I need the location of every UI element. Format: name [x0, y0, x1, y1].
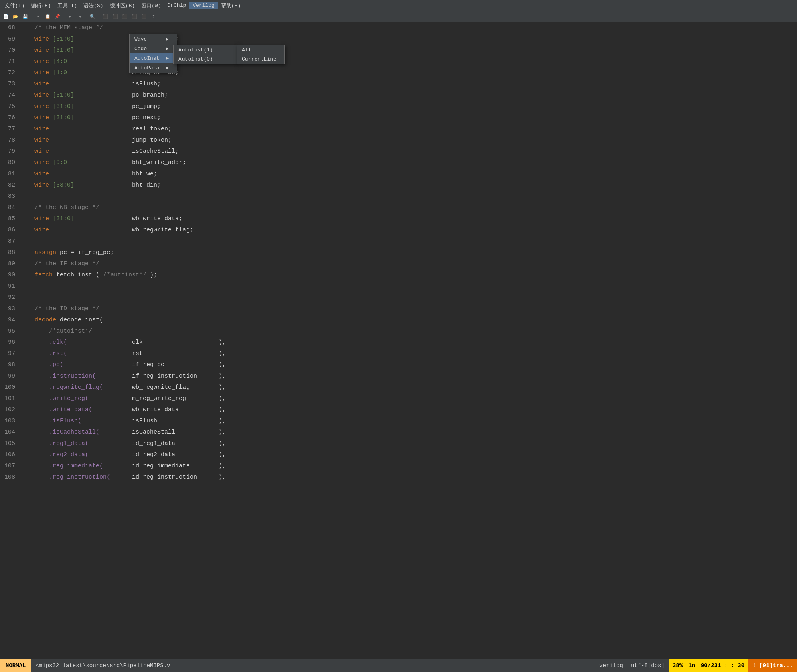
line-number: 72: [0, 67, 20, 79]
toolbar-copy[interactable]: 📋: [43, 12, 52, 21]
table-row: 75 wire [31:0] pc_jump;: [0, 101, 797, 112]
vmenu-code-label: Code: [134, 46, 147, 52]
line-number: 70: [0, 45, 20, 56]
status-position: 90/231 : : 30: [697, 659, 748, 672]
status-bar: NORMAL <mips32_latest\source\src\Pipelin…: [0, 659, 797, 672]
line-number: 77: [0, 124, 20, 135]
line-number: 107: [0, 461, 20, 472]
autoinst-currentline[interactable]: CurrentLine: [237, 55, 284, 64]
table-row: 105 .reg1_data( id_reg1_data ),: [0, 438, 797, 449]
verilog-menu: Wave ▶ Code ▶ AutoInst ▶ AutoPara ▶: [129, 34, 177, 73]
toolbar-b2[interactable]: ⬛: [111, 12, 120, 21]
table-row: 101 .write_reg( m_reg_write_reg ),: [0, 393, 797, 404]
line-number: 68: [0, 22, 20, 34]
toolbar-open[interactable]: 📂: [11, 12, 20, 21]
status-ln: ln: [687, 659, 697, 672]
line-number: 82: [0, 180, 20, 191]
toolbar-save[interactable]: 💾: [21, 12, 30, 21]
table-row: 107 .reg_immediate( id_reg_immediate ),: [0, 461, 797, 472]
line-content: /* the IF stage */: [20, 258, 797, 270]
line-number: 89: [0, 258, 20, 270]
line-content: .instruction( if_reg_instruction ),: [20, 371, 797, 382]
vmenu-code-arrow: ▶: [166, 45, 169, 52]
line-content: wire wb_regwrite_flag;: [20, 225, 797, 236]
toolbar-b4[interactable]: ⬛: [130, 12, 139, 21]
table-row: 71 wire [4:0] m_reg_write_reg;: [0, 56, 797, 67]
table-row: 70 wire [31:0] m_reg_ALU_out;: [0, 45, 797, 56]
toolbar-b5[interactable]: ⬛: [140, 12, 148, 21]
menu-window[interactable]: 窗口(W): [138, 1, 164, 10]
line-number: 92: [0, 292, 20, 303]
menu-help[interactable]: 帮助(H): [218, 1, 244, 10]
menu-file[interactable]: 文件(F): [2, 1, 28, 10]
line-number: 84: [0, 202, 20, 213]
table-row: 77 wire real_token;: [0, 124, 797, 135]
line-number: 85: [0, 213, 20, 225]
toolbar-cut[interactable]: ✂: [34, 12, 43, 21]
line-content: wire [31:0] pc_jump;: [20, 101, 797, 112]
line-content: wire [33:0] bht_din;: [20, 180, 797, 191]
vmenu-autoinst-label: AutoInst: [134, 55, 159, 61]
table-row: 103 .isFlush( isFlush ),: [0, 416, 797, 427]
table-row: 98 .pc( if_reg_pc ),: [0, 359, 797, 371]
line-number: 75: [0, 101, 20, 112]
line-number: 81: [0, 169, 20, 180]
toolbar-b1[interactable]: ⬛: [101, 12, 110, 21]
toolbar-redo[interactable]: ↪: [75, 12, 84, 21]
menu-syntax[interactable]: 语法(S): [80, 1, 106, 10]
code-editor: 68 /* the MEM stage */69 wire [31:0] m_r…: [0, 22, 797, 659]
table-row: 68 /* the MEM stage */: [0, 22, 797, 34]
vmenu-autopara-label: AutoPara: [134, 65, 159, 71]
autoinst-1[interactable]: AutoInst(1): [174, 45, 237, 55]
table-row: 78 wire jump_token;: [0, 135, 797, 146]
vmenu-autopara-arrow: ▶: [166, 65, 169, 71]
toolbar-b3[interactable]: ⬛: [120, 12, 129, 21]
vmenu-code[interactable]: Code ▶: [130, 44, 177, 53]
toolbar-b6[interactable]: ?: [149, 12, 158, 21]
table-row: 99 .instruction( if_reg_instruction ),: [0, 371, 797, 382]
menu-tools[interactable]: 工具(T): [54, 1, 80, 10]
line-content: wire [31:0] pc_next;: [20, 112, 797, 124]
toolbar-find[interactable]: 🔍: [88, 12, 97, 21]
vmenu-autoinst-arrow: ▶: [166, 55, 169, 61]
table-row: 90 fetch fetch_inst ( /*autoinst*/ );: [0, 270, 797, 281]
menu-drchip[interactable]: DrChip: [164, 2, 189, 9]
table-row: 84 /* the WB stage */: [0, 202, 797, 213]
table-row: 106 .reg2_data( id_reg2_data ),: [0, 449, 797, 461]
vmenu-autoinst[interactable]: AutoInst ▶: [130, 53, 177, 63]
line-number: 91: [0, 281, 20, 292]
line-number: 102: [0, 404, 20, 416]
line-number: 105: [0, 438, 20, 449]
table-row: 89 /* the IF stage */: [0, 258, 797, 270]
menu-edit[interactable]: 编辑(E): [28, 1, 54, 10]
toolbar-paste[interactable]: 📌: [53, 12, 62, 21]
line-number: 71: [0, 56, 20, 67]
toolbar-new[interactable]: 📄: [2, 12, 10, 21]
toolbar-undo[interactable]: ↩: [66, 12, 75, 21]
line-content: wire isCacheStall;: [20, 146, 797, 157]
table-row: 74 wire [31:0] pc_branch;: [0, 90, 797, 101]
autoinst-0[interactable]: AutoInst(0): [174, 55, 237, 64]
line-content: wire [9:0] bht_write_addr;: [20, 157, 797, 169]
autoinst-all[interactable]: All: [237, 45, 284, 55]
code-lines: 68 /* the MEM stage */69 wire [31:0] m_r…: [0, 22, 797, 483]
line-number: 93: [0, 303, 20, 315]
table-row: 72 wire [1:0] m_reg_ctr_wb;: [0, 67, 797, 79]
line-content: wire [31:0] pc_branch;: [20, 90, 797, 101]
line-content: decode decode_inst(: [20, 315, 797, 326]
menu-verilog[interactable]: Verilog: [189, 2, 218, 9]
line-number: 78: [0, 135, 20, 146]
table-row: 92: [0, 292, 797, 303]
menu-buffer[interactable]: 缓冲区(B): [107, 1, 138, 10]
table-row: 100 .regwrite_flag( wb_regwrite_flag ),: [0, 382, 797, 393]
line-content: /* the ID stage */: [20, 303, 797, 315]
line-content: fetch fetch_inst ( /*autoinst*/ );: [20, 270, 797, 281]
vmenu-wave[interactable]: Wave ▶: [130, 34, 177, 44]
table-row: 91: [0, 281, 797, 292]
line-number: 106: [0, 449, 20, 461]
line-number: 99: [0, 371, 20, 382]
vmenu-autopara[interactable]: AutoPara ▶: [130, 63, 177, 73]
line-number: 101: [0, 393, 20, 404]
status-mode: NORMAL: [0, 659, 31, 672]
line-content: .isFlush( isFlush ),: [20, 416, 797, 427]
